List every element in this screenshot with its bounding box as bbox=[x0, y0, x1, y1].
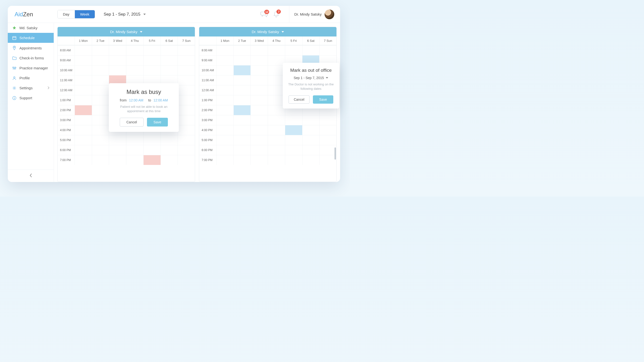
time-slot[interactable] bbox=[285, 115, 302, 125]
sidebar-item-checkin[interactable]: Check-in forms bbox=[8, 53, 54, 63]
time-slot[interactable] bbox=[74, 115, 92, 125]
time-slot[interactable] bbox=[319, 45, 336, 55]
time-slot[interactable] bbox=[178, 75, 195, 85]
time-slot[interactable] bbox=[234, 155, 251, 165]
from-time[interactable]: 12:00 AM bbox=[129, 98, 143, 102]
time-slot[interactable] bbox=[319, 155, 336, 165]
time-slot[interactable] bbox=[268, 115, 285, 125]
time-slot[interactable] bbox=[178, 45, 195, 55]
time-slot[interactable] bbox=[109, 65, 126, 75]
time-slot[interactable] bbox=[109, 155, 126, 165]
time-slot[interactable] bbox=[92, 45, 109, 55]
time-slot[interactable] bbox=[92, 105, 109, 115]
time-slot[interactable] bbox=[250, 95, 268, 105]
time-slot[interactable] bbox=[216, 85, 234, 95]
time-slot[interactable] bbox=[74, 145, 92, 155]
time-slot[interactable] bbox=[250, 145, 268, 155]
time-slot[interactable] bbox=[178, 115, 195, 125]
time-slot[interactable] bbox=[109, 55, 126, 65]
calendar-doctor-picker[interactable]: Dr. Mindy Satsky bbox=[199, 27, 336, 37]
sidebar-item-doctor[interactable]: Md. Satsky bbox=[8, 23, 54, 33]
time-slot[interactable] bbox=[126, 155, 143, 165]
sidebar-item-settings[interactable]: Settings bbox=[8, 83, 54, 93]
time-slot[interactable] bbox=[126, 55, 143, 65]
time-slot[interactable] bbox=[250, 45, 268, 55]
time-slot[interactable] bbox=[160, 155, 178, 165]
time-slot[interactable] bbox=[285, 135, 302, 145]
time-slot[interactable] bbox=[216, 135, 234, 145]
time-slot[interactable] bbox=[234, 115, 251, 125]
time-slot[interactable] bbox=[268, 65, 285, 75]
time-slot[interactable] bbox=[74, 105, 92, 115]
time-slot[interactable] bbox=[216, 105, 234, 115]
time-slot[interactable] bbox=[74, 155, 92, 165]
time-slot[interactable] bbox=[74, 45, 92, 55]
time-slot[interactable] bbox=[74, 55, 92, 65]
time-slot[interactable] bbox=[234, 85, 251, 95]
time-slot[interactable] bbox=[250, 65, 268, 75]
time-slot[interactable] bbox=[178, 155, 195, 165]
time-slot[interactable] bbox=[178, 95, 195, 105]
time-slot[interactable] bbox=[143, 135, 160, 145]
time-slot[interactable] bbox=[74, 135, 92, 145]
time-slot[interactable] bbox=[160, 135, 178, 145]
time-slot[interactable] bbox=[234, 105, 251, 115]
time-slot[interactable] bbox=[178, 135, 195, 145]
time-slot[interactable] bbox=[234, 135, 251, 145]
time-slot[interactable] bbox=[319, 135, 336, 145]
time-slot[interactable] bbox=[268, 135, 285, 145]
time-slot[interactable] bbox=[126, 145, 143, 155]
time-slot[interactable] bbox=[126, 65, 143, 75]
to-time[interactable]: 12:00 AM bbox=[154, 98, 168, 102]
view-day-button[interactable]: Day bbox=[58, 10, 75, 18]
time-slot[interactable] bbox=[92, 85, 109, 95]
calendar-doctor-picker[interactable]: Dr. Mindy Satsky bbox=[58, 27, 195, 37]
time-slot[interactable] bbox=[92, 65, 109, 75]
time-slot[interactable] bbox=[319, 125, 336, 135]
time-slot[interactable] bbox=[268, 125, 285, 135]
time-slot[interactable] bbox=[302, 135, 320, 145]
time-slot[interactable] bbox=[92, 155, 109, 165]
time-slot[interactable] bbox=[234, 45, 251, 55]
cancel-button[interactable]: Cancel bbox=[120, 118, 144, 126]
user-menu[interactable]: Dr. Mindy Satsky bbox=[289, 6, 334, 23]
time-slot[interactable] bbox=[178, 145, 195, 155]
time-slot[interactable] bbox=[216, 155, 234, 165]
time-slot[interactable] bbox=[250, 85, 268, 95]
time-slot[interactable] bbox=[178, 55, 195, 65]
time-slot[interactable] bbox=[92, 55, 109, 65]
time-slot[interactable] bbox=[250, 125, 268, 135]
time-slot[interactable] bbox=[216, 75, 234, 85]
time-slot[interactable] bbox=[285, 145, 302, 155]
sidebar-item-schedule[interactable]: Schedule bbox=[8, 33, 54, 43]
time-slot[interactable] bbox=[234, 125, 251, 135]
sidebar-item-support[interactable]: Support bbox=[8, 93, 54, 103]
time-slot[interactable] bbox=[74, 85, 92, 95]
alerts-button[interactable]: 7 bbox=[273, 11, 279, 18]
time-slot[interactable] bbox=[216, 125, 234, 135]
time-slot[interactable] bbox=[126, 45, 143, 55]
time-slot[interactable] bbox=[216, 115, 234, 125]
time-slot[interactable] bbox=[216, 55, 234, 65]
sidebar-item-profile[interactable]: Profile bbox=[8, 73, 54, 83]
time-slot[interactable] bbox=[234, 75, 251, 85]
sidebar-item-practice[interactable]: Practice manager bbox=[8, 63, 54, 73]
time-slot[interactable] bbox=[92, 135, 109, 145]
sidebar-item-appointments[interactable]: Appointments bbox=[8, 43, 54, 53]
time-slot[interactable] bbox=[250, 55, 268, 65]
sidebar-collapse-button[interactable] bbox=[8, 169, 54, 182]
time-slot[interactable] bbox=[92, 125, 109, 135]
time-slot[interactable] bbox=[234, 55, 251, 65]
time-slot[interactable] bbox=[285, 125, 302, 135]
date-range-picker[interactable]: Sep 1 - Sep 7, 2015 bbox=[104, 12, 146, 17]
time-slot[interactable] bbox=[268, 95, 285, 105]
time-slot[interactable] bbox=[143, 45, 160, 55]
time-slot[interactable] bbox=[74, 125, 92, 135]
time-slot[interactable] bbox=[268, 55, 285, 65]
save-button[interactable]: Save bbox=[147, 118, 168, 126]
time-slot[interactable] bbox=[143, 65, 160, 75]
time-slot[interactable] bbox=[160, 45, 178, 55]
ooo-date-range[interactable]: Sep 1 - Sep 7, 2015 bbox=[287, 76, 335, 80]
time-slot[interactable] bbox=[109, 45, 126, 55]
time-slot[interactable] bbox=[285, 45, 302, 55]
